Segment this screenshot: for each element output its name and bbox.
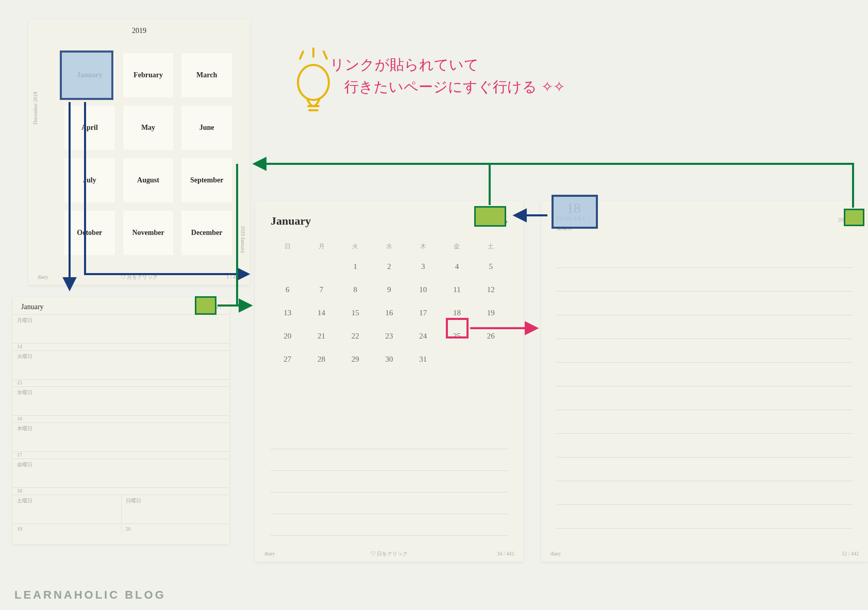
month-card-april[interactable]: April [64,106,115,150]
daily-month-link[interactable]: JANUARY › [557,215,591,222]
cal-cell[interactable]: 26 [474,332,508,341]
weekly-year-link[interactable]: 2019 › [208,304,221,310]
prev-year-tab[interactable]: December 2018 [32,92,38,125]
cal-cell[interactable]: 21 [305,332,339,341]
cal-cell[interactable]: 29 [338,355,372,364]
cal-cell[interactable]: 2 [372,262,406,271]
daily-footer-page: 52 / 442 [842,551,859,556]
weekly-month: January [21,303,44,311]
weekly-num-fri: 18 [13,488,229,495]
weekly-day-tue[interactable]: 火曜日 [13,351,59,379]
dow-tue: 火 [338,242,372,251]
handwritten-annotation: リンクが貼られていて 行きたいページにすぐ行ける ✧✧ [330,54,565,98]
calendar-dow-row: 日 月 火 水 木 金 土 [255,233,523,255]
dow-thu: 木 [406,242,440,251]
cal-cell[interactable]: 27 [271,355,305,364]
cal-cell[interactable] [271,262,305,271]
cal-cell[interactable]: 20 [271,332,305,341]
cal-cell[interactable]: 4 [440,262,474,271]
cal-cell[interactable]: 5 [474,262,508,271]
dow-fri: 金 [440,242,474,251]
cal-cell[interactable] [305,262,339,271]
cal-cell[interactable]: 12 [474,285,508,294]
month-footer-hint: ♡ 日をクリック [264,550,514,557]
cal-cell[interactable]: 9 [372,285,406,294]
daily-dow: 金曜日 [557,222,591,232]
blog-watermark: LEARNAHOLIC BLOG [14,588,166,602]
weekly-num-wed: 16 [13,416,229,423]
cal-cell[interactable]: 13 [271,309,305,317]
weekly-day-sun[interactable]: 日曜日 [122,495,230,523]
month-grid: January February March April May June Ju… [64,53,232,255]
month-card-february[interactable]: February [123,53,174,97]
daily-notes-lines [557,244,853,536]
cal-cell[interactable]: 30 [372,355,406,364]
cal-cell[interactable] [474,355,508,364]
svg-line-2 [324,52,327,59]
weekly-num-thu: 17 [13,452,229,459]
year-footer-hint: ♡ 月をクリック [38,274,241,281]
cal-cell[interactable]: 1 [338,262,372,271]
dow-sat: 土 [474,242,508,251]
cal-cell[interactable]: 7 [305,285,339,294]
month-year-link[interactable]: 2019 › [490,217,508,225]
month-card-june[interactable]: June [181,106,232,150]
month-card-october[interactable]: October [64,211,115,255]
weekly-day-fri[interactable]: 金曜日 [13,459,59,487]
year-overview-pane: 2019 December 2018 2020 January January … [28,20,250,285]
cal-cell[interactable]: 16 [372,309,406,317]
cal-cell[interactable]: 28 [305,355,339,364]
svg-point-3 [298,65,329,100]
month-card-march[interactable]: March [181,53,232,97]
dow-mon: 月 [305,242,339,251]
cal-cell[interactable]: 23 [372,332,406,341]
dow-sun: 日 [271,242,305,251]
month-card-may[interactable]: May [123,106,174,150]
month-pane: January 2019 › 日 月 火 水 木 金 土 12345 67891… [255,201,523,562]
svg-line-0 [300,52,303,59]
month-card-december[interactable]: December [181,211,232,255]
weekly-num-mon: 14 [13,344,229,351]
daily-day-number[interactable]: 18 [557,201,591,215]
next-year-tab[interactable]: 2020 January [240,226,246,253]
weekly-num-tue: 15 [13,380,229,387]
month-card-september[interactable]: September [181,158,232,202]
year-title: 2019 [28,20,250,35]
cal-cell[interactable] [440,355,474,364]
cal-cell[interactable]: 3 [406,262,440,271]
cal-cell[interactable]: 24 [406,332,440,341]
cal-cell[interactable]: 6 [271,285,305,294]
month-card-july[interactable]: July [64,158,115,202]
month-notes-lines [271,428,508,536]
dow-wed: 水 [372,242,406,251]
weekly-day-thu[interactable]: 木曜日 [13,423,59,451]
cal-cell[interactable]: 11 [440,285,474,294]
cal-cell[interactable]: 15 [338,309,372,317]
cal-cell-18[interactable]: 18 [440,309,474,317]
weekly-num-sun: 20 [122,524,230,532]
month-card-january[interactable]: January [64,53,115,97]
cal-cell[interactable]: 8 [338,285,372,294]
cal-cell[interactable]: 14 [305,309,339,317]
month-card-november[interactable]: November [123,211,174,255]
month-name: January [271,214,311,228]
weekly-pane: January 2019 › 月曜日 14 火曜日 15 水曜日 16 木曜日 … [13,297,229,544]
cal-cell[interactable]: 25 [440,332,474,341]
month-card-august[interactable]: August [123,158,174,202]
daily-pane: 18 JANUARY › 金曜日 2019 › diary 52 / 442 [541,201,868,562]
cal-cell[interactable]: 10 [406,285,440,294]
daily-year-link[interactable]: 2019 › [838,201,853,223]
cal-cell[interactable]: 17 [406,309,440,317]
cal-cell[interactable]: 19 [474,309,508,317]
cal-cell[interactable]: 31 [406,355,440,364]
cal-cell[interactable]: 22 [338,332,372,341]
weekly-day-sat[interactable]: 土曜日 [13,495,122,523]
weekly-num-sat: 19 [13,524,122,532]
weekly-day-mon[interactable]: 月曜日 [13,315,59,343]
weekly-day-wed[interactable]: 水曜日 [13,387,59,415]
daily-footer-left: diary [550,551,561,556]
